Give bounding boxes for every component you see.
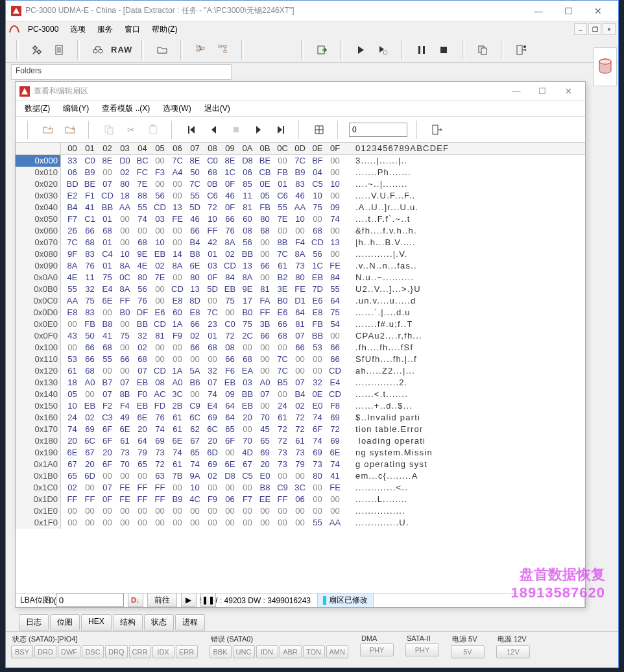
hex-window-title: 查看和编辑扇区 bbox=[34, 86, 503, 97]
export-icon[interactable] bbox=[313, 41, 331, 59]
hex-row[interactable]: 0x0602666680000000066FF76086800006800&fh… bbox=[16, 225, 585, 237]
folder-icon[interactable] bbox=[153, 41, 171, 59]
hex-row[interactable]: 0x020BDBE07807E00007C0B0F850E0183C510...… bbox=[16, 178, 585, 190]
mdi-restore[interactable]: ❐ bbox=[588, 23, 601, 35]
hex-row[interactable]: 0x050F7C101007403FE46106660807E100074...… bbox=[16, 213, 585, 225]
hex-row[interactable]: 0x1E000000000000000000000000000000000...… bbox=[16, 505, 585, 517]
exit-icon[interactable] bbox=[512, 41, 531, 59]
mdi-close[interactable]: × bbox=[603, 23, 616, 35]
open-icon[interactable] bbox=[39, 121, 57, 139]
hex-row[interactable]: 0x01006B90002FCF3A450681C06CBFBB90400...… bbox=[16, 167, 585, 178]
hex-row[interactable]: 0x0D0E88300B0DFE660E87C00B0FFE664E875...… bbox=[16, 307, 585, 318]
tab-hex[interactable]: HEX bbox=[81, 614, 112, 630]
hex-grid[interactable]: 000102030405060708090A0B0C0D0E0F 0123456… bbox=[16, 143, 585, 593]
tree-icon[interactable] bbox=[192, 41, 210, 59]
hex-row[interactable]: 0x10000666800020000666808000000665366.fh… bbox=[16, 342, 585, 354]
hex-offset: 0x100 bbox=[16, 342, 61, 354]
hex-menu-edit[interactable]: 编辑(Y) bbox=[58, 102, 94, 115]
copy-icon[interactable] bbox=[474, 41, 492, 59]
hex-menu-exit[interactable]: 退出(V) bbox=[199, 102, 235, 115]
stop-icon[interactable] bbox=[435, 41, 453, 59]
svg-rect-27 bbox=[234, 127, 239, 132]
play-icon[interactable] bbox=[352, 41, 370, 59]
hex-close[interactable]: ✕ bbox=[555, 82, 581, 101]
hex-row[interactable]: 0x0E000FBB800BBCD1A6623C0753B6681FB54...… bbox=[16, 318, 585, 330]
play-settings-icon[interactable] bbox=[374, 41, 392, 59]
hex-row[interactable]: 0x0F0435041753281F90201722C666807BB00CPA… bbox=[16, 330, 585, 342]
hex-row[interactable]: 0x1906E672073797374656D004D697373696Eng … bbox=[16, 447, 585, 459]
hex-row[interactable]: 0x180206C6F6164696E67206F706572617469 lo… bbox=[16, 435, 585, 447]
lba-marker-button[interactable]: D↓ bbox=[128, 593, 143, 607]
menu-service[interactable]: 服务 bbox=[92, 23, 118, 36]
tab-bitmap[interactable]: 位图 bbox=[50, 614, 80, 630]
lba-pause-button[interactable]: ❚❚ bbox=[200, 593, 216, 607]
main-toolbar: RAW bbox=[6, 37, 618, 63]
lba-input[interactable] bbox=[56, 593, 124, 607]
pause-icon[interactable] bbox=[413, 41, 431, 59]
side-toolbar[interactable] bbox=[594, 47, 617, 86]
mdi-minimize[interactable]: – bbox=[574, 23, 587, 35]
hex-row[interactable]: 0x13018A0B707EB08A0B607EB03A0B50732E4...… bbox=[16, 377, 585, 389]
hex-menu-data[interactable]: 数据(Z) bbox=[19, 102, 55, 115]
tab-log[interactable]: 日志 bbox=[19, 614, 49, 630]
lba-play-button[interactable]: ▶ bbox=[181, 593, 197, 607]
svg-point-20 bbox=[599, 59, 611, 64]
hex-row[interactable]: 0x0707C680100681000B4428A56008BF4CD13|h.… bbox=[16, 237, 585, 248]
binoculars-icon[interactable] bbox=[89, 41, 107, 59]
menu-help[interactable]: 帮助(Z) bbox=[147, 23, 182, 36]
close-button[interactable]: ✕ bbox=[583, 1, 613, 21]
status-cell: BBK bbox=[210, 645, 232, 658]
hex-row[interactable]: 0x1602402C3496E76616C6964207061727469$..… bbox=[16, 412, 585, 424]
minimize-button[interactable]: — bbox=[523, 1, 553, 21]
hex-row[interactable]: 0x0C0AA756EFF7600E88D007517FAB0D1E664.un… bbox=[16, 295, 585, 307]
hex-menu-template[interactable]: 查看模版 ..(X) bbox=[97, 102, 155, 115]
next-icon[interactable] bbox=[249, 121, 267, 139]
hex-row[interactable]: 0x15010EBF2F4EBFD2BC9E464EB002402E0F8...… bbox=[16, 400, 585, 412]
hex-row[interactable]: 0x030E2F1CD1888560055C6461105C6461000...… bbox=[16, 190, 585, 202]
hex-row[interactable]: 0x0B05532E48A5600CD135DEB9E813EFE7D55U2.… bbox=[16, 283, 585, 295]
tree2-icon[interactable] bbox=[214, 41, 232, 59]
hex-row[interactable]: 0x17074696F6E207461626C65004572726F72tio… bbox=[16, 424, 585, 435]
hex-row[interactable]: 0x1105366556668000000006668007C000066SfU… bbox=[16, 354, 585, 365]
lba-go-button[interactable]: 前往 bbox=[147, 593, 177, 607]
hex-row[interactable]: 0x1A067206F7065726174696E672073797374g o… bbox=[16, 459, 585, 470]
hex-row[interactable]: 0x040B441BBAA55CD135D720F81FB55AA7509.A.… bbox=[16, 202, 585, 213]
tools-icon[interactable] bbox=[28, 41, 46, 59]
stop2-icon[interactable] bbox=[227, 121, 245, 139]
last-icon[interactable] bbox=[271, 121, 289, 139]
hex-maximize[interactable]: ☐ bbox=[529, 82, 555, 101]
hex-minimize[interactable]: — bbox=[503, 82, 529, 101]
svg-rect-29 bbox=[433, 125, 438, 134]
hex-row[interactable]: 0x0908A76018A4E028A6E03CD136661731CFE.v.… bbox=[16, 260, 585, 272]
hex-row[interactable]: 0x1206168000007CD1A5A32F6EA007C0000CDah.… bbox=[16, 365, 585, 377]
maximize-button[interactable]: ☐ bbox=[553, 1, 583, 21]
hex-row[interactable]: 0x1D0FFFF0FFEFFFFB94CF906F7EEFF060000...… bbox=[16, 494, 585, 505]
hex-row[interactable]: 0x1F0000000000000000000000000000055AA...… bbox=[16, 517, 585, 529]
goto-input[interactable] bbox=[349, 123, 407, 137]
hex-row[interactable]: 0x1C0020007FEFFFF0010000000B8C93C00FE...… bbox=[16, 482, 585, 494]
brand-label[interactable]: PC-3000 bbox=[23, 23, 64, 35]
hex-row[interactable]: 0x1B0656D000000637B9A02D8C5E000008041em.… bbox=[16, 470, 585, 482]
tab-process[interactable]: 进程 bbox=[175, 614, 205, 630]
menu-options[interactable]: 选项 bbox=[65, 23, 91, 36]
hex-ascii: .A..U..]r...U.u. bbox=[355, 202, 418, 213]
tab-status[interactable]: 状态 bbox=[144, 614, 174, 630]
paste-icon[interactable] bbox=[144, 121, 162, 139]
grid-icon[interactable] bbox=[310, 121, 328, 139]
hex-row[interactable]: 0x00033C08ED0BC007C8EC08ED8BE007CBF003..… bbox=[16, 155, 585, 167]
cut-icon[interactable]: ✂ bbox=[122, 121, 140, 139]
svg-rect-13 bbox=[418, 46, 420, 54]
menu-window[interactable]: 窗口 bbox=[119, 23, 145, 36]
prev-icon[interactable] bbox=[205, 121, 223, 139]
hex-row[interactable]: 0x1400500078BF0AC3C007409BB0700B40ECD...… bbox=[16, 389, 585, 400]
tab-struct[interactable]: 结构 bbox=[113, 614, 143, 630]
copy2-icon[interactable] bbox=[100, 121, 118, 139]
hex-row[interactable]: 0x0809F83C4109EEB14B80102BB007C8A5600...… bbox=[16, 248, 585, 260]
document-icon[interactable] bbox=[50, 41, 68, 59]
raw-button[interactable]: RAW bbox=[111, 41, 132, 59]
hex-menu-options[interactable]: 选项(W) bbox=[158, 102, 196, 115]
save-icon[interactable] bbox=[61, 121, 79, 139]
first-icon[interactable] bbox=[183, 121, 201, 139]
hex-row[interactable]: 0x0A04E11750C807E00800F848A00B280EB84N.u… bbox=[16, 272, 585, 283]
exit2-icon[interactable] bbox=[428, 121, 446, 139]
